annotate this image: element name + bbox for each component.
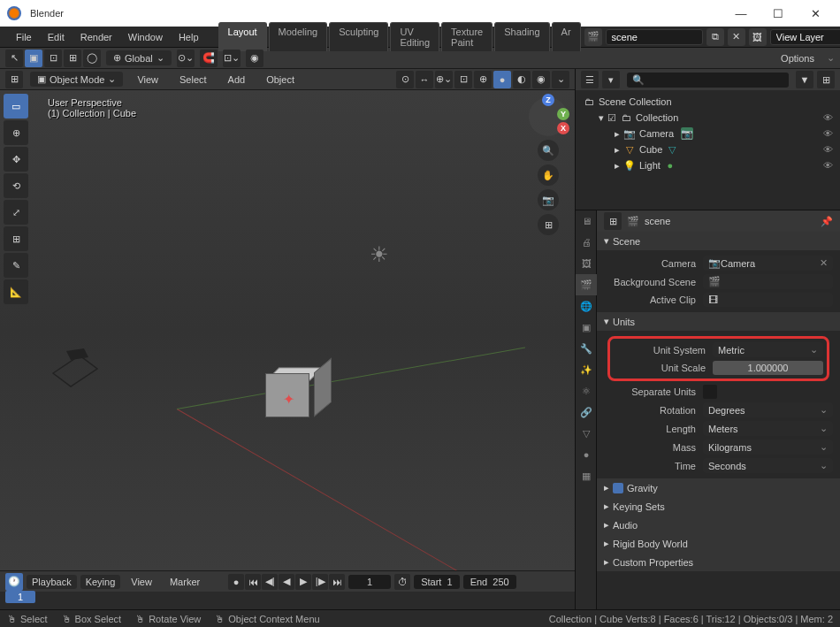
viewport-gizmos-icon[interactable]: ↔ xyxy=(416,71,433,88)
axis-x-icon[interactable]: X xyxy=(557,122,569,134)
snap-toggle[interactable]: 🧲 xyxy=(200,50,218,67)
mass-dropdown[interactable]: Kilograms⌄ xyxy=(703,440,833,455)
snap-dropdown[interactable]: ⊡⌄ xyxy=(223,50,241,67)
rotation-dropdown[interactable]: Degrees⌄ xyxy=(703,402,833,417)
prop-tab-data[interactable]: ▽ xyxy=(576,423,597,444)
play-icon[interactable]: ▶ xyxy=(295,574,311,590)
gravity-checkbox[interactable] xyxy=(613,483,623,493)
visibility-icon[interactable]: 👁 xyxy=(823,112,833,123)
timeline-playback-menu[interactable]: Playback xyxy=(27,575,77,589)
timeline-keying-menu[interactable]: Keying xyxy=(80,575,121,589)
tab-modeling[interactable]: Modeling xyxy=(269,22,328,51)
playhead[interactable]: 1 xyxy=(5,591,35,603)
play-reverse-icon[interactable]: ◀ xyxy=(279,574,294,590)
menu-window[interactable]: Window xyxy=(121,29,170,45)
prop-tab-scene[interactable]: 🎬 xyxy=(576,274,597,295)
tool-transform[interactable]: ⊞ xyxy=(4,226,28,251)
tab-uv-editing[interactable]: UV Editing xyxy=(390,22,439,51)
tree-row-collection[interactable]: ▾ ☑ 🗀 Collection 👁 xyxy=(579,110,836,126)
separate-units-checkbox[interactable] xyxy=(703,385,717,399)
tab-texture-paint[interactable]: Texture Paint xyxy=(441,22,493,51)
transform-orientation-dropdown[interactable]: ⊕Global⌄ xyxy=(106,50,172,65)
pan-gizmo-icon[interactable]: ✋ xyxy=(538,164,559,186)
viewlayer-name-input[interactable] xyxy=(770,29,840,45)
scene-delete-icon[interactable]: ✕ xyxy=(728,28,745,46)
prop-tab-viewlayer[interactable]: 🖼 xyxy=(576,253,597,274)
current-frame-field[interactable]: 1 xyxy=(348,575,391,589)
cursor-icon[interactable]: ↖ xyxy=(5,50,23,67)
minimize-button[interactable]: — xyxy=(723,0,759,27)
shading-wireframe[interactable]: ⊕ xyxy=(474,71,492,88)
prop-tab-object[interactable]: ▣ xyxy=(576,317,597,338)
camera-object[interactable] xyxy=(44,347,106,400)
tool-cursor[interactable]: ⊕ xyxy=(4,120,28,145)
perspective-toggle-icon[interactable]: ⊞ xyxy=(538,214,559,235)
prop-tab-render[interactable]: 🖥 xyxy=(576,210,597,232)
pin-icon[interactable]: 📌 xyxy=(821,216,833,227)
scene-browse-icon[interactable]: 🎬 xyxy=(584,28,602,46)
start-frame-field[interactable]: Start 1 xyxy=(414,575,459,589)
visibility-icon[interactable]: 👁 xyxy=(823,128,833,139)
close-button[interactable]: ✕ xyxy=(798,0,833,27)
shading-dropdown[interactable]: ⌄ xyxy=(552,71,569,88)
camera-field[interactable]: 📷 Camera✕ xyxy=(703,256,833,271)
outliner-editor-icon[interactable]: ☰ xyxy=(581,71,599,88)
prop-tab-output[interactable]: 🖨 xyxy=(576,232,597,253)
end-frame-field[interactable]: End 250 xyxy=(463,575,516,589)
prop-tab-texture[interactable]: ▦ xyxy=(576,465,597,486)
select-box-icon[interactable]: ▣ xyxy=(25,50,42,67)
prop-tab-constraints[interactable]: 🔗 xyxy=(576,401,597,423)
cube-object[interactable]: ✦ xyxy=(265,373,315,423)
tree-row-light[interactable]: ▸ 💡 Light ● 👁 xyxy=(579,157,836,173)
panel-scene[interactable]: ▾ Scene xyxy=(597,232,840,250)
menu-file[interactable]: File xyxy=(9,29,39,45)
outliner-search-input[interactable]: 🔍 xyxy=(627,73,789,88)
disclosure-triangle-icon[interactable]: ▾ xyxy=(599,112,604,124)
panel-audio[interactable]: ▸ Audio xyxy=(597,516,840,534)
disclosure-triangle-icon[interactable]: ▸ xyxy=(615,160,620,172)
select-circle-icon[interactable]: ◯ xyxy=(83,50,101,67)
light-object-icon[interactable]: ☀ xyxy=(370,242,389,267)
preview-range-icon[interactable]: ⏱ xyxy=(394,574,410,590)
scene-name-input[interactable] xyxy=(606,29,703,45)
tab-layout[interactable]: Layout xyxy=(218,22,267,51)
axis-z-icon[interactable]: Z xyxy=(542,94,554,106)
unit-system-dropdown[interactable]: Metric⌄ xyxy=(713,342,823,357)
tab-shading[interactable]: Shading xyxy=(494,22,549,51)
scene-new-icon[interactable]: ⧉ xyxy=(706,28,724,46)
jump-start-icon[interactable]: ⏮ xyxy=(245,574,261,590)
viewport-overlays-icon[interactable]: ⊙ xyxy=(396,71,414,88)
timeline-view-menu[interactable]: View xyxy=(124,574,159,590)
panel-rigid-body[interactable]: ▸ Rigid Body World xyxy=(597,534,840,553)
panel-keying-sets[interactable]: ▸ Keying Sets xyxy=(597,497,840,516)
prop-tab-modifiers[interactable]: 🔧 xyxy=(576,338,597,359)
prop-tab-physics[interactable]: ⚛ xyxy=(576,380,597,401)
vp-menu-view[interactable]: View xyxy=(130,72,165,88)
jump-prev-key-icon[interactable]: ◀| xyxy=(262,574,278,590)
panel-gravity[interactable]: ▸ Gravity xyxy=(597,478,840,497)
tool-select-box[interactable]: ▭ xyxy=(4,94,28,119)
navigation-gizmo[interactable]: Z Y X xyxy=(529,97,568,136)
vp-menu-add[interactable]: Add xyxy=(221,72,253,88)
zoom-gizmo-icon[interactable]: 🔍 xyxy=(538,140,559,161)
maximize-button[interactable]: ☐ xyxy=(760,0,796,27)
active-clip-field[interactable]: 🎞 xyxy=(703,293,833,307)
props-editor-icon[interactable]: ⊞ xyxy=(604,212,622,230)
tree-row-cube[interactable]: ▸ ▽ Cube ▽ 👁 xyxy=(579,141,836,157)
tree-row-scene-collection[interactable]: 🗀 Scene Collection xyxy=(579,94,836,110)
shading-rendered[interactable]: ◉ xyxy=(532,71,550,88)
menu-edit[interactable]: Edit xyxy=(41,29,72,45)
time-dropdown[interactable]: Seconds⌄ xyxy=(703,458,833,473)
tool-measure[interactable]: 📐 xyxy=(4,279,28,304)
vp-menu-select[interactable]: Select xyxy=(172,72,214,88)
tab-sculpting[interactable]: Sculpting xyxy=(329,22,388,51)
pivot-dropdown[interactable]: ⊙⌄ xyxy=(177,50,195,67)
mode-dropdown[interactable]: ▣Object Mode⌄ xyxy=(30,72,123,87)
options-dropdown[interactable]: Options xyxy=(774,51,821,65)
timeline-editor-icon[interactable]: 🕐 xyxy=(5,573,23,591)
prop-tab-world[interactable]: 🌐 xyxy=(576,295,597,317)
tree-row-camera[interactable]: ▸ 📷 Camera 📷 👁 xyxy=(579,126,836,141)
vp-menu-object[interactable]: Object xyxy=(259,72,302,88)
tool-annotate[interactable]: ✎ xyxy=(4,253,28,278)
select-all-icon[interactable]: ⊡ xyxy=(44,50,62,67)
